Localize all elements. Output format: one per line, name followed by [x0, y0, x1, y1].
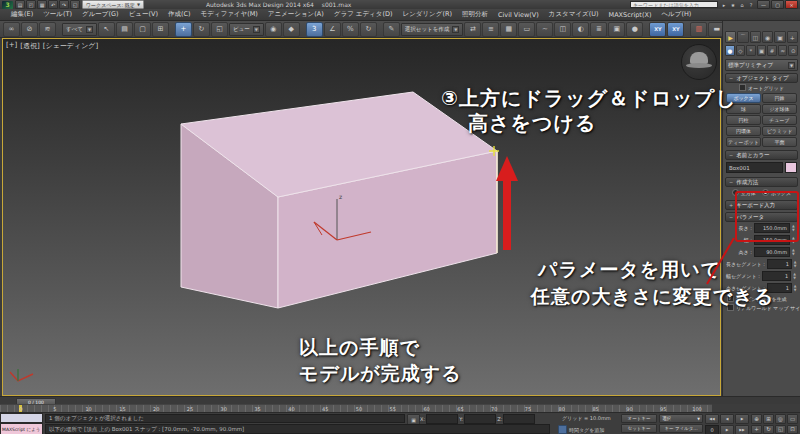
coord-z-field[interactable] [503, 414, 535, 424]
snap-toggle-3d-icon[interactable]: 3 [306, 22, 323, 37]
select-and-link-icon[interactable]: ∞ [3, 22, 20, 37]
menu-item[interactable]: 作成(C) [163, 10, 196, 19]
object-type-button[interactable]: ティーポット [726, 137, 761, 147]
select-and-manipulate-icon[interactable]: ◆ [283, 22, 300, 37]
save-file-icon[interactable]: ▦ [37, 0, 47, 9]
select-object-icon[interactable]: ↖ [98, 22, 115, 37]
menu-item[interactable]: グループ(G) [77, 10, 124, 19]
select-and-rotate-icon[interactable]: ↻ [193, 22, 210, 37]
category-space-warps[interactable]: ≈ [778, 45, 788, 56]
menu-item[interactable]: グラフ エディタ(D) [329, 10, 398, 19]
axis-constraint-xy-icon[interactable]: XY [649, 22, 666, 37]
rollout-object-type[interactable]: − オブジェクト タイプ [725, 73, 798, 83]
minimize-button[interactable]: — [757, 0, 770, 9]
material-editor-icon[interactable]: ◐ [572, 22, 589, 37]
viewport-menu-expand[interactable]: [+] [6, 41, 17, 51]
viewport-view-name[interactable]: [透視] [20, 41, 39, 51]
new-scene-icon[interactable]: ▤ [15, 0, 25, 9]
3ds-max-logo-icon[interactable]: 3 [2, 1, 13, 9]
category-helpers[interactable]: # [767, 45, 777, 56]
window-crossing-icon[interactable]: ⊞ [152, 22, 169, 37]
add-time-tag[interactable]: 時間タグを追加 [558, 425, 604, 434]
zoom-region-icon[interactable]: ▭ [787, 414, 798, 424]
fov-icon[interactable]: ◱ [775, 425, 786, 434]
menu-item[interactable]: 編集(E) [6, 10, 38, 19]
menu-item[interactable]: Civil View(V) [493, 11, 544, 19]
selected-filter-dropdown[interactable]: 選択 ▼ [659, 414, 703, 423]
viewport-shading-mode[interactable]: [シェーディング] [43, 41, 98, 51]
align-icon[interactable]: ≡ [482, 22, 499, 37]
spinner-icon[interactable]: ▲▼ [794, 284, 797, 292]
tab-create[interactable]: ▶ [725, 31, 736, 43]
menu-item[interactable]: ヘルプ(H) [656, 10, 696, 19]
object-type-button[interactable]: 平面 [762, 137, 797, 147]
curve-editor-icon[interactable]: ~ [536, 22, 553, 37]
menu-item[interactable]: 照明分析 [457, 10, 493, 19]
vray-toolbar-icon[interactable]: ▬ [708, 22, 722, 37]
project-folder-icon[interactable]: ◱ [70, 0, 80, 9]
rendered-frame-icon[interactable]: ▣ [608, 22, 625, 37]
primitive-type-dropdown[interactable]: 標準プリミティブ ▼ [725, 59, 798, 71]
go-to-start-icon[interactable]: ◀◀ [705, 414, 719, 424]
rectangular-selection-icon[interactable]: ▢ [134, 22, 151, 37]
tab-modify[interactable]: ⌒ [737, 31, 748, 43]
timeline-ruler[interactable]: 0510152025303540455055606570758085909510… [0, 404, 712, 412]
search-input[interactable] [630, 1, 718, 8]
angle-snap-icon[interactable]: ∠ [324, 22, 341, 37]
object-name-field[interactable]: Box001 [726, 162, 783, 173]
rollout-name-color[interactable]: − 名前とカラー [725, 150, 798, 160]
select-by-name-icon[interactable]: ▤ [116, 22, 133, 37]
menu-item[interactable]: ビュー(V) [124, 10, 163, 19]
orbit-icon[interactable]: ↻ [763, 425, 774, 434]
named-selection-sets-dropdown[interactable]: 選択セットを作成▼ [401, 23, 464, 36]
render-setup-icon[interactable]: ≣ [590, 22, 607, 37]
unlink-selection-icon[interactable]: ⊘ [21, 22, 38, 37]
restore-button[interactable]: ▢ [771, 0, 784, 9]
category-shapes[interactable]: ◇ [736, 45, 746, 56]
auto-key-button[interactable]: オートキー [621, 414, 657, 423]
tab-display[interactable]: ▣ [774, 31, 785, 43]
coord-y-field[interactable] [464, 414, 496, 424]
favorites-icon[interactable]: ★ [729, 1, 737, 8]
menu-item[interactable]: アニメーション(A) [263, 10, 329, 19]
spinner-icon[interactable]: ▲▼ [793, 272, 797, 280]
selection-filter-dropdown[interactable]: すべて▼ [62, 23, 97, 36]
menu-item[interactable]: レンダリング(R) [397, 10, 457, 19]
render-production-icon[interactable]: ● [626, 22, 643, 37]
maxscript-listener-white[interactable] [0, 413, 43, 423]
tab-motion[interactable]: ◉ [762, 31, 773, 43]
zoom-extents-icon[interactable]: ◎ [775, 414, 786, 424]
mirror-icon[interactable]: ⇄ [464, 22, 481, 37]
spin-down-icon[interactable]: ▼ [792, 252, 797, 256]
previous-frame-icon[interactable]: ◀ [720, 414, 734, 424]
set-key-button[interactable]: セットキー [621, 424, 657, 433]
menu-item[interactable]: モディファイヤ(M) [196, 10, 263, 19]
spinner-icon[interactable]: ▲▼ [794, 260, 797, 268]
category-systems[interactable]: ⊙ [788, 45, 798, 56]
go-to-end-icon[interactable]: ▶▶ [735, 425, 749, 434]
help-icon[interactable]: ? [747, 1, 755, 8]
viewport-label[interactable]: [+] [透視] [シェーディング] [6, 41, 98, 51]
select-and-scale-icon[interactable]: ◱ [211, 22, 228, 37]
tab-hierarchy[interactable]: ◫ [750, 31, 761, 43]
object-type-button[interactable]: チューブ [762, 115, 797, 125]
spin-down-icon[interactable]: ▼ [794, 264, 797, 268]
workspace-dropdown[interactable]: ワークスペース: 既定 ▼ [82, 0, 144, 9]
category-cameras[interactable]: ▣ [757, 45, 767, 56]
key-filters-button[interactable]: キー フィルタ... [659, 424, 703, 433]
menu-item[interactable]: カスタマイズ(U) [544, 10, 604, 19]
spinner-icon[interactable]: ▲▼ [792, 248, 797, 256]
menu-item[interactable]: ツール(T) [38, 10, 77, 19]
spin-down-icon[interactable]: ▼ [793, 276, 797, 280]
redo-icon[interactable]: ↷ [59, 0, 69, 9]
select-and-move-icon[interactable]: + [175, 22, 192, 37]
spinner-snap-icon[interactable]: ↻ [360, 22, 377, 37]
pan-icon[interactable]: + [751, 425, 762, 434]
tab-utilities[interactable]: + [787, 31, 798, 43]
schematic-view-icon[interactable]: ◫ [554, 22, 571, 37]
search-go-icon[interactable]: ▸ [720, 1, 728, 8]
percent-snap-icon[interactable]: % [342, 22, 359, 37]
next-frame-icon[interactable]: ▶ [720, 425, 734, 434]
reference-coordinate-dropdown[interactable]: ビュー▼ [229, 23, 264, 36]
maxscript-mini-listener[interactable]: MAXScript によう [0, 423, 43, 434]
